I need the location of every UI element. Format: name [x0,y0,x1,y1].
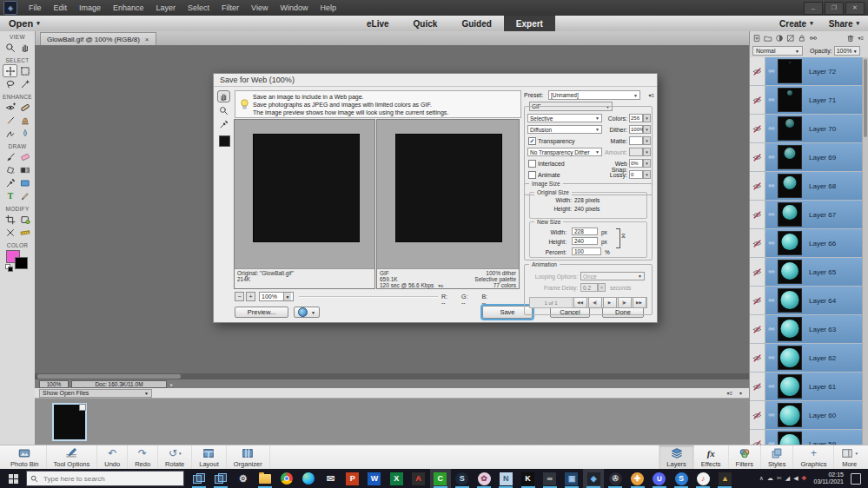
layer-visibility-toggle[interactable] [750,115,765,142]
layer-row[interactable]: Layer 65 [750,258,863,287]
smudge-tool[interactable] [3,127,17,140]
excel-icon[interactable]: X [386,469,407,488]
chevron-down-icon[interactable]: ▼ [643,136,651,145]
layer-visibility-toggle[interactable] [750,201,765,228]
zoom-percentage[interactable]: 100% [39,380,69,388]
chrome-icon[interactable] [276,469,297,488]
new-height-field[interactable]: 240 [572,237,598,245]
gallery-app-icon[interactable]: ▲ [714,469,735,488]
brush-tool[interactable] [3,150,17,163]
type-tool[interactable]: T [3,189,17,202]
taskbar-clock[interactable]: 02:15 03/11/2021 [810,472,847,485]
graphics-button[interactable]: +Graphics [792,445,833,470]
lock-icon[interactable] [798,30,806,46]
clone-stamp-tool[interactable] [17,114,32,127]
paint-bucket-tool[interactable] [3,163,17,176]
panel-menu-icon[interactable]: ▾≡ [858,35,864,41]
animate-value-field[interactable]: 0 [629,170,643,179]
optimized-preview-pane[interactable]: GIF 659.1K 120 sec @ 56.6 Kbps▾≡ 100% di… [376,119,520,289]
adjustment-layer-icon[interactable] [775,30,784,46]
minimize-button[interactable]: – [804,2,823,15]
close-button[interactable]: ✕ [845,2,865,15]
tab-guided[interactable]: Guided [449,16,503,31]
layer-visibility-toggle[interactable] [750,287,765,314]
color-swatch[interactable] [219,135,230,147]
menu-image[interactable]: Image [73,3,107,12]
dither-method-value-field[interactable]: 100% [629,125,643,134]
new-group-icon[interactable] [764,30,772,46]
edge-icon[interactable] [298,469,319,488]
redo-button[interactable]: ↷Redo [128,445,158,470]
chevron-down-icon[interactable]: ▼ [643,170,651,179]
layer-row[interactable]: Layer 69 [750,143,863,172]
layer-visibility-toggle[interactable] [750,315,765,343]
horizontal-scrollbar[interactable] [35,373,749,379]
camtasia-icon[interactable]: C [430,469,451,488]
layer-visibility-toggle[interactable] [750,344,765,372]
virtual-desktop-icon[interactable] [210,469,231,488]
layer-visibility-toggle[interactable] [750,258,765,286]
organizer-button[interactable]: Organizer [227,445,270,470]
layer-visibility-toggle[interactable] [750,57,765,85]
menu-select[interactable]: Select [182,3,215,12]
new-width-field[interactable]: 228 [572,228,598,235]
layer-visibility-toggle[interactable] [750,229,765,257]
menu-layer[interactable]: Layer [150,3,182,12]
menu-enhance[interactable]: Enhance [107,3,150,12]
zoom-tool[interactable] [217,104,230,116]
layer-visibility-toggle[interactable] [750,401,765,429]
file-explorer-icon[interactable] [255,469,275,488]
powerpoint-icon[interactable]: P [342,469,363,488]
lasso-tool[interactable] [3,77,17,90]
layer-row[interactable]: Layer 59 [750,430,863,445]
mail-icon[interactable]: ✉ [321,469,341,488]
undo-button[interactable]: ↶Undo [97,445,128,470]
show-open-files-select[interactable]: Show Open Files▼ [39,389,152,398]
menu-filter[interactable]: Filter [215,3,245,12]
chevron-down-icon[interactable]: ▼ [643,114,651,122]
zoom-tool[interactable] [3,41,17,54]
interlaced-value-field[interactable]: 0% [629,159,643,168]
paint-app-icon[interactable]: ✿ [474,469,494,488]
shape-tool[interactable] [17,176,32,189]
menu-view[interactable]: View [245,3,274,12]
steam-icon[interactable]: S [452,469,473,488]
transparency-value-field[interactable] [629,136,643,145]
system-app-icon[interactable]: ▣ [561,469,582,488]
background-color-swatch[interactable] [15,257,28,269]
tray-expand-icon[interactable]: ∧ [759,475,764,482]
settings-icon[interactable]: ⚙ [233,469,254,488]
layer-row[interactable]: Layer 66 [750,229,863,258]
layer-row[interactable]: Layer 64 [750,287,863,315]
more-button[interactable]: ▾More [833,445,865,470]
layer-row[interactable]: Layer 62 [750,344,863,373]
word-icon[interactable]: W [364,469,385,488]
palette-value-field[interactable]: 256 [629,114,643,122]
zoom-out-button[interactable]: − [235,292,244,301]
previous-frame-button[interactable]: ◀| [588,297,602,308]
preview-in-browser-button[interactable]: ▼ [294,307,320,318]
eyedropper-tool[interactable] [3,176,17,189]
layout-button[interactable]: Layout [192,445,227,470]
next-frame-button[interactable]: |▶ [618,297,632,308]
transparency-dither-select[interactable]: No Transparency Dither▼ [527,148,602,156]
acrobat-icon[interactable]: A [407,469,428,488]
krita-icon[interactable]: K [518,469,539,488]
eraser-tool[interactable] [17,150,32,163]
new-layer-icon[interactable] [752,30,761,46]
download-rate-menu-icon[interactable]: ▾≡ [438,283,443,288]
photo-bin-button[interactable]: Photo Bin [3,445,47,470]
delete-layer-icon[interactable] [846,30,855,46]
zoom-level-select[interactable]: 100%▼ [259,292,294,301]
bin-collapse-icon[interactable]: ▾ [739,390,742,396]
rotate-button[interactable]: ↺▾Rotate [158,445,192,470]
snip-icon[interactable]: ✂ [777,475,782,482]
preview-button[interactable]: Preview... [235,307,288,318]
onedrive-icon[interactable]: ☁ [767,475,773,482]
menu-help[interactable]: Help [314,3,342,12]
bin-menu-icon[interactable]: ▾≡ [726,390,732,396]
palette-select[interactable]: Selective▼ [527,114,602,122]
layer-visibility-toggle[interactable] [750,143,765,171]
percent-field[interactable]: 100 [572,247,601,255]
default-swatches-icon[interactable] [5,264,12,271]
